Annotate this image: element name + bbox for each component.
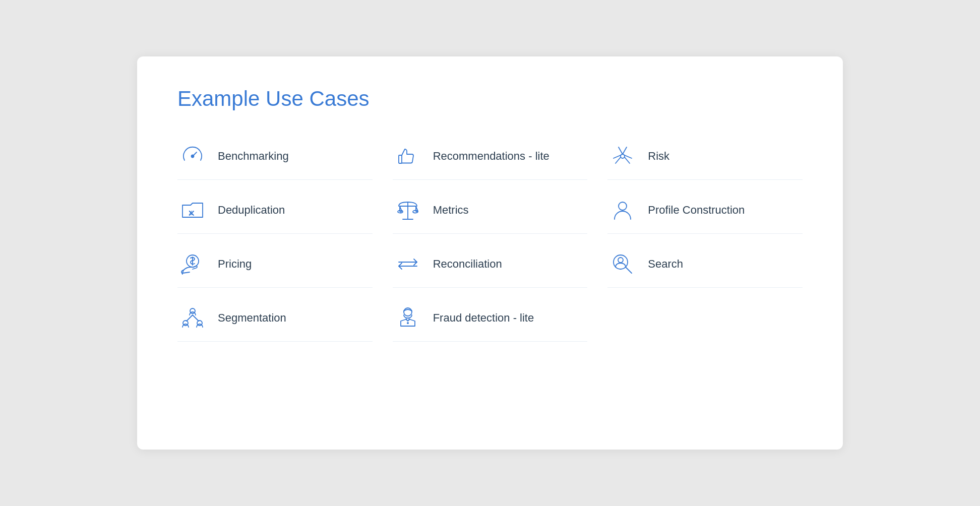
use-case-label-fraud-detection: Fraud detection - lite xyxy=(433,311,534,325)
svg-point-10 xyxy=(619,202,627,210)
use-case-label-pricing: Pricing xyxy=(218,258,252,271)
arrows-lr-icon xyxy=(393,249,423,279)
svg-point-1 xyxy=(192,155,194,158)
use-case-label-reconciliation: Reconciliation xyxy=(433,258,502,271)
network-people-icon xyxy=(177,303,208,333)
person-icon xyxy=(607,195,638,225)
use-case-item-fraud-detection[interactable]: Fraud detection - lite xyxy=(393,303,588,342)
use-case-label-profile-construction: Profile Construction xyxy=(648,204,745,217)
use-case-item-reconciliation[interactable]: Reconciliation xyxy=(393,249,588,288)
title-prefix: Example xyxy=(177,87,266,110)
use-case-item-risk[interactable]: Risk xyxy=(607,141,803,180)
svg-text:X: X xyxy=(189,210,193,217)
use-case-label-metrics: Metrics xyxy=(433,204,469,217)
use-case-item-profile-construction[interactable]: Profile Construction xyxy=(607,195,803,234)
speedometer-icon xyxy=(177,141,208,171)
use-case-item-recommendations-lite[interactable]: Recommendations - lite xyxy=(393,141,588,180)
use-case-item-pricing[interactable]: Pricing xyxy=(177,249,373,288)
svg-line-20 xyxy=(187,315,193,321)
use-case-label-search: Search xyxy=(648,258,683,271)
use-case-label-risk: Risk xyxy=(648,150,669,163)
use-case-label-deduplication: Deduplication xyxy=(218,204,285,217)
dollar-hand-icon xyxy=(177,249,208,279)
folder-x-icon: X xyxy=(177,195,208,225)
use-case-label-segmentation: Segmentation xyxy=(218,311,286,325)
main-card: Example Use Cases Benchmarking Recommend… xyxy=(137,56,843,450)
use-case-label-recommendations-lite: Recommendations - lite xyxy=(433,150,549,163)
use-case-label-benchmarking: Benchmarking xyxy=(218,150,289,163)
svg-line-21 xyxy=(193,315,199,321)
use-case-item-deduplication[interactable]: X Deduplication xyxy=(177,195,373,234)
svg-point-3 xyxy=(621,154,625,158)
use-case-item-benchmarking[interactable]: Benchmarking xyxy=(177,141,373,180)
officer-icon xyxy=(393,303,423,333)
svg-line-16 xyxy=(626,267,632,273)
use-case-item-segmentation[interactable]: Segmentation xyxy=(177,303,373,342)
title-highlight: Use Cases xyxy=(266,87,369,110)
search-person-icon xyxy=(607,249,638,279)
thumbsup-icon xyxy=(393,141,423,171)
use-cases-grid: Benchmarking Recommendations - lite Risk… xyxy=(177,141,803,342)
svg-point-15 xyxy=(618,258,623,263)
use-case-item-metrics[interactable]: Metrics xyxy=(393,195,588,234)
svg-rect-2 xyxy=(399,155,402,163)
radiation-icon xyxy=(607,141,638,171)
svg-point-23 xyxy=(407,322,409,324)
use-case-item-search[interactable]: Search xyxy=(607,249,803,288)
page-title: Example Use Cases xyxy=(177,87,803,111)
scales-icon xyxy=(393,195,423,225)
